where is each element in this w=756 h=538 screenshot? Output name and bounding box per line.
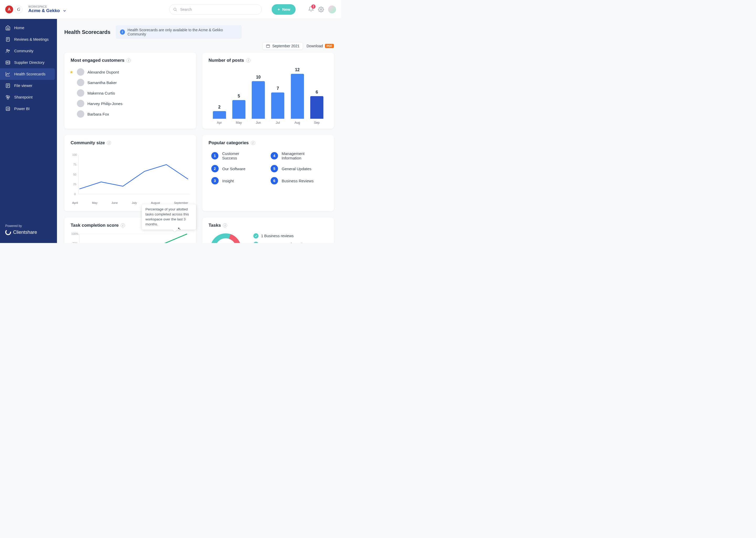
card-title: Task completion score	[71, 223, 118, 228]
sidebar-item-supplier[interactable]: Supplier Directory	[0, 57, 57, 68]
user-avatar[interactable]	[328, 6, 336, 13]
category-item[interactable]: 4Management Information	[271, 151, 325, 160]
sidebar-item-powerbi[interactable]: Power BI	[0, 103, 57, 115]
svg-text:25: 25	[73, 183, 76, 186]
new-button[interactable]: New	[272, 4, 296, 15]
topbar: A G WORKSPACE Acme & Gekko New 2	[0, 0, 341, 19]
card-title: Number of posts	[209, 58, 244, 63]
bar-rect	[213, 111, 226, 119]
sidebar-item-file[interactable]: File viewer	[0, 80, 57, 91]
community-size-card: Community size i 100 75 50 25 0 AprilMay…	[64, 135, 196, 211]
card-title: Popular categories	[209, 140, 249, 145]
svg-point-4	[320, 9, 322, 10]
logo-gekko-icon: G	[15, 6, 23, 13]
category-rank: 1	[211, 152, 219, 159]
customer-row[interactable]: Makenna Curtis	[71, 88, 190, 98]
notification-badge: 2	[311, 4, 315, 9]
avatar	[77, 100, 84, 107]
sidebar-item-sharepoint[interactable]: Sharepoint	[0, 91, 57, 103]
workspace-name: Acme & Gekko	[28, 8, 67, 13]
bar-column: 7Jul	[270, 86, 285, 125]
info-icon[interactable]: i	[251, 141, 255, 145]
sidebar-item-community[interactable]: Community	[0, 45, 57, 57]
card-title: Tasks	[209, 223, 221, 228]
settings-icon[interactable]	[318, 7, 324, 12]
svg-text:75%: 75%	[72, 242, 78, 243]
svg-text:75: 75	[73, 163, 76, 166]
date-selector[interactable]: September 2021	[262, 42, 303, 50]
category-label: Customer Success	[222, 151, 255, 160]
info-icon[interactable]: i	[107, 141, 111, 145]
bar-column: 10Jun	[251, 75, 266, 125]
sharepoint-icon	[5, 94, 11, 100]
bar-value: 5	[238, 94, 240, 98]
popular-categories-card: Popular categories i 1Customer Success2O…	[202, 135, 334, 211]
bar-value: 12	[295, 68, 300, 72]
customer-name: Samantha Baker	[87, 81, 117, 85]
cursor-icon: ↖	[177, 226, 181, 231]
sidebar-item-health[interactable]: Health Scorecards	[0, 68, 55, 80]
category-rank: 4	[271, 152, 278, 159]
sidebar-item-label: Supplier Directory	[14, 60, 44, 65]
task-completion-chart: 100% 75% 50%	[71, 232, 190, 243]
customer-row[interactable]: Samantha Baker	[71, 77, 190, 88]
download-button[interactable]: Download PDF	[307, 44, 334, 48]
task-completion-card: Percentage of your allotted tasks comple…	[64, 218, 196, 243]
community-line-chart: 100 75 50 25 0	[71, 149, 190, 199]
sidebar-item-label: File viewer	[14, 83, 32, 88]
logo-acme-icon: A	[5, 6, 13, 13]
task-label: 1 Management Information	[261, 242, 307, 243]
category-rank: 2	[211, 165, 219, 172]
tasks-card: Tasks i 80% 1 Business reviews1 Manageme…	[202, 218, 334, 243]
search-input[interactable]	[169, 4, 262, 15]
category-rank: 3	[211, 177, 219, 185]
card-title: Community size	[71, 140, 105, 145]
search-icon	[173, 7, 177, 12]
bar-value: 10	[256, 75, 261, 80]
info-icon[interactable]: i	[126, 58, 131, 63]
svg-point-6	[7, 49, 8, 51]
sidebar-item-reviews[interactable]: Reviews & Meetings	[0, 34, 57, 45]
bar-column: 2Apr	[212, 105, 227, 125]
clientshare-brand: Clientshare	[5, 229, 52, 235]
avatar	[77, 79, 84, 86]
tooltip: Percentage of your allotted tasks comple…	[142, 204, 196, 230]
category-label: Our Software	[222, 167, 246, 171]
customer-name: Makenna Curtis	[87, 91, 115, 95]
info-icon[interactable]: i	[223, 223, 227, 228]
card-icon	[5, 60, 11, 65]
customer-row[interactable]: Barbara Fox	[71, 109, 190, 119]
bar-rect	[271, 92, 284, 119]
info-icon[interactable]: i	[246, 58, 251, 63]
category-item[interactable]: 2Our Software	[211, 165, 255, 172]
customer-row[interactable]: Alexandre Dupont	[71, 67, 190, 77]
posts-bar-chart: 2Apr5May10Jun7Jul12Aug6Sep	[209, 67, 328, 125]
bar-label: Jun	[256, 121, 261, 125]
workspace-switcher[interactable]: WORKSPACE Acme & Gekko	[28, 5, 67, 13]
notifications-button[interactable]: 2	[308, 6, 314, 13]
category-rank: 6	[271, 177, 278, 185]
plus-icon	[277, 8, 281, 11]
x-axis-labels: AprilMayJuneJulyAugustSeptember	[71, 200, 190, 204]
bar-label: Aug	[295, 121, 300, 125]
search-wrap	[169, 4, 262, 15]
category-rank: 5	[271, 165, 278, 172]
category-item[interactable]: 1Customer Success	[211, 151, 255, 160]
bar-rect	[310, 96, 323, 119]
customer-name: Harvey Philip-Jones	[87, 101, 122, 106]
sidebar-item-label: Home	[14, 26, 24, 30]
posts-chart-card: Number of posts i 2Apr5May10Jun7Jul12Aug…	[202, 53, 334, 129]
info-icon[interactable]: i	[121, 223, 125, 228]
info-banner: i Health Scorecards are only available t…	[116, 25, 242, 39]
category-item[interactable]: 5General Updates	[271, 165, 325, 172]
category-item[interactable]: 6Business Reviews	[271, 177, 325, 185]
customer-row[interactable]: Harvey Philip-Jones	[71, 98, 190, 109]
bar-label: Jul	[276, 121, 280, 125]
bar-label: Apr	[217, 121, 222, 125]
category-item[interactable]: 3Insight	[211, 177, 255, 185]
svg-point-11	[6, 95, 8, 97]
svg-point-15	[6, 230, 11, 235]
sidebar-item-home[interactable]: Home	[0, 22, 57, 34]
svg-point-0	[174, 8, 176, 10]
calendar-icon	[266, 44, 270, 48]
